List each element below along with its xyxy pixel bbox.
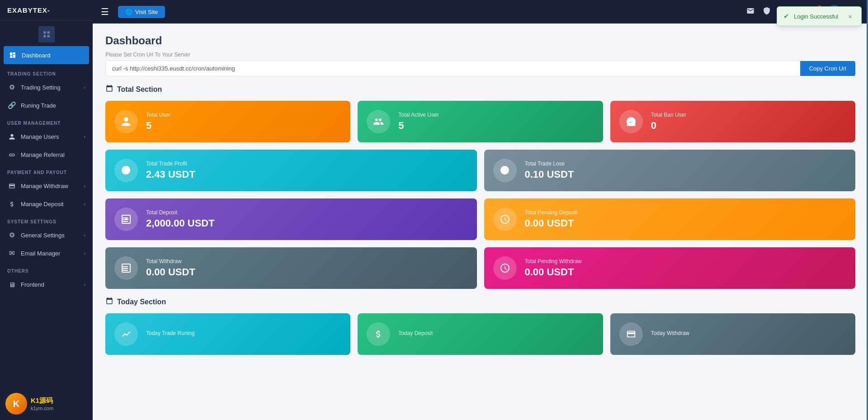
check-icon: ✔	[783, 12, 789, 20]
hamburger-icon[interactable]: ☰	[101, 6, 109, 17]
total-cards-row3: Total Deposit 2,000.00 USDT Total Pendin…	[105, 198, 855, 240]
card-total-ban-user: Total Ban User 0	[610, 101, 855, 142]
sidebar-item-dashboard[interactable]: Dashboard	[4, 46, 89, 64]
sidebar-item-manage-deposit[interactable]: Manage Deposit ›	[0, 195, 93, 213]
today-deposit-icon-wrap	[367, 322, 390, 346]
visit-site-button[interactable]: 🌐 Visit Site	[118, 6, 165, 18]
sidebar-item-general-settings[interactable]: ⚙ General Settings ›	[0, 226, 93, 244]
chevron-right-icon-3: ›	[84, 183, 85, 189]
card-total-trade-lose: Total Trade Lose 0.10 USDT	[484, 150, 856, 191]
total-ban-user-body: Total Ban User 0	[651, 112, 846, 132]
link-icon: 🔗	[7, 101, 16, 110]
card-total-trade-profit: Total Trade Profit 2.43 USDT	[105, 150, 477, 191]
withdraw-card-icon-wrap	[114, 256, 138, 280]
trade-lose-label: Total Trade Lose	[525, 160, 847, 167]
svg-rect-2	[43, 35, 46, 38]
pending-deposit-icon-wrap	[493, 208, 517, 231]
dashboard-icon	[8, 51, 17, 60]
section-label-others: OTHERS	[0, 262, 93, 275]
globe-icon: 🌐	[125, 9, 132, 15]
withdraw-value: 0.00 USDT	[146, 266, 468, 278]
envelope-icon[interactable]	[746, 7, 755, 17]
today-section-title: Today Section	[105, 297, 855, 307]
toast-message: Login Successful	[794, 13, 838, 20]
today-trade-icon-wrap	[114, 322, 138, 346]
today-trade-body: Today Trade Runing	[146, 330, 341, 338]
withdraw-label: Total Withdraw	[146, 258, 468, 264]
deposit-card-icon-wrap	[114, 208, 138, 231]
trade-profit-icon-wrap	[114, 159, 138, 182]
pending-withdraw-label: Total Pending Withdraw	[525, 258, 847, 264]
content-area: Dashboard Please Set Cron Url To Your Se…	[93, 24, 868, 420]
total-active-user-label: Total Active User	[398, 112, 594, 118]
email-manager-label: Email Manager	[21, 250, 84, 257]
cron-input[interactable]	[105, 61, 800, 76]
sidebar-item-runing-trade[interactable]: 🔗 Runing Trade	[0, 96, 93, 114]
deposit-card-body: Total Deposit 2,000.00 USDT	[146, 209, 468, 229]
main-area: ☰ 🌐 Visit Site A Afr	[93, 0, 868, 420]
trade-lose-body: Total Trade Lose 0.10 USDT	[525, 160, 847, 180]
brand-name: EXABYTEX-	[7, 6, 50, 14]
sidebar-item-email-manager[interactable]: ✉ Email Manager ›	[0, 244, 93, 262]
card-total-user: Total User 5	[105, 101, 350, 142]
sidebar-avatar	[38, 26, 55, 42]
pending-withdraw-value: 0.00 USDT	[525, 266, 847, 278]
runing-trade-label: Runing Trade	[21, 102, 85, 109]
pending-deposit-body: Total Pending Deposit 0.00 USDT	[525, 209, 847, 229]
svg-rect-3	[47, 35, 49, 38]
calendar-section-icon	[105, 85, 113, 94]
withdraw-card-body: Total Withdraw 0.00 USDT	[146, 258, 468, 278]
trade-profit-label: Total Trade Profit	[146, 160, 468, 167]
toast-close-button[interactable]: ×	[848, 13, 852, 20]
today-cards: Today Trade Runing Today Deposit Today W…	[105, 313, 855, 355]
chevron-right-icon-2: ›	[84, 134, 85, 139]
section-label-user-mgmt: USER MANAGEMENT	[0, 114, 93, 127]
sidebar-item-manage-withdraw[interactable]: Manage Withdraw ›	[0, 177, 93, 195]
frontend-label: Frontend	[21, 281, 84, 288]
sidebar-bottom-logo: K K1源码 k1ym.com	[0, 387, 93, 420]
referral-icon	[7, 150, 16, 159]
total-section-title: Total Section	[105, 85, 855, 94]
deposit-label: Total Deposit	[146, 209, 468, 216]
total-cards-row2: Total Trade Profit 2.43 USDT Total Trade…	[105, 150, 855, 191]
total-ban-user-icon-wrap	[619, 110, 643, 133]
manage-deposit-label: Manage Deposit	[21, 201, 84, 208]
manage-users-label: Manage Users	[21, 133, 84, 140]
chevron-right-icon-5: ›	[84, 232, 85, 238]
card-today-withdraw: Today Withdraw	[610, 313, 855, 355]
gear-icon: ⚙	[7, 83, 16, 92]
card-total-deposit: Total Deposit 2,000.00 USDT	[105, 198, 477, 240]
sidebar-item-manage-users[interactable]: Manage Users ›	[0, 127, 93, 146]
total-active-user-icon-wrap	[367, 110, 390, 133]
total-cards-row1: Total User 5 Total Active User 5 Total	[105, 101, 855, 142]
total-cards-row4: Total Withdraw 0.00 USDT Total Pending W…	[105, 247, 855, 289]
total-user-body: Total User 5	[146, 112, 341, 132]
pending-deposit-label: Total Pending Deposit	[525, 209, 847, 216]
svg-rect-0	[43, 31, 46, 33]
logo-text: K1源码 k1ym.com	[31, 396, 53, 412]
user-icon	[7, 132, 16, 141]
settings-icon: ⚙	[7, 231, 16, 240]
page-title: Dashboard	[105, 34, 855, 47]
card-total-active-user: Total Active User 5	[358, 101, 603, 142]
cron-label: Please Set Cron Url To Your Server	[105, 52, 855, 58]
sidebar-item-manage-referral[interactable]: Manage Referral	[0, 146, 93, 164]
sidebar-item-frontend[interactable]: 🖥 Frontend ›	[0, 275, 93, 293]
sidebar-item-trading-setting[interactable]: ⚙ Trading Setting ›	[0, 78, 93, 96]
pending-withdraw-icon-wrap	[493, 256, 517, 280]
sidebar-item-dashboard-label: Dashboard	[22, 52, 85, 59]
today-deposit-body: Today Deposit	[398, 330, 594, 338]
total-user-icon-wrap	[114, 110, 138, 133]
trade-profit-body: Total Trade Profit 2.43 USDT	[146, 160, 468, 180]
shield-icon[interactable]	[763, 7, 771, 17]
sidebar: EXABYTEX- Dashboard TRADING SECTION ⚙ Tr…	[0, 0, 93, 420]
section-label-trading: TRADING SECTION	[0, 65, 93, 78]
total-ban-user-value: 0	[651, 120, 846, 132]
card-total-withdraw: Total Withdraw 0.00 USDT	[105, 247, 477, 289]
cron-copy-button[interactable]: Copy Cron Url	[800, 61, 855, 76]
today-withdraw-icon-wrap	[619, 322, 643, 346]
total-active-user-value: 5	[398, 120, 594, 132]
total-ban-user-label: Total Ban User	[651, 112, 846, 118]
logo-circle-icon: K	[5, 393, 27, 415]
section-label-system: SYSTEM SETTINGS	[0, 213, 93, 226]
